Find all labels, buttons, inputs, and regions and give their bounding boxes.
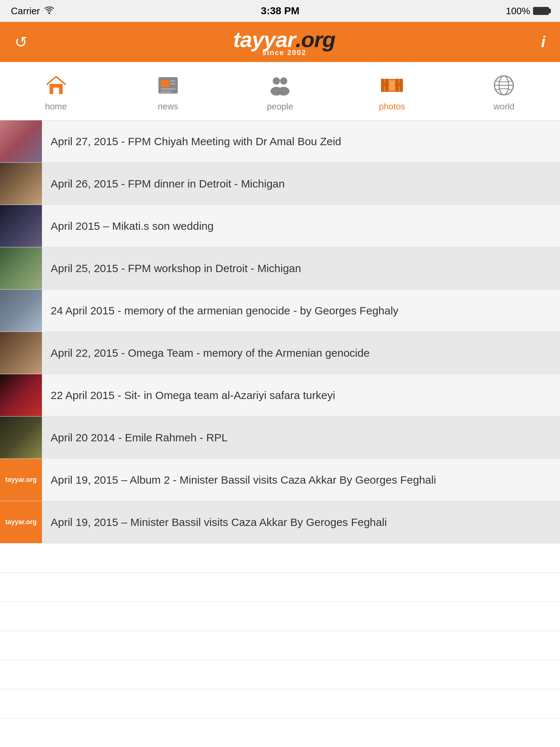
home-icon bbox=[43, 72, 69, 98]
svg-rect-2 bbox=[53, 88, 59, 94]
tab-home[interactable]: home bbox=[0, 62, 112, 120]
svg-rect-4 bbox=[161, 80, 170, 87]
tab-world-label: world bbox=[494, 101, 514, 112]
item-text: 24 April 2015 - memory of the armenian g… bbox=[42, 296, 560, 326]
item-text: 22 April 2015 - Sit- in Omega team al-Az… bbox=[42, 380, 560, 410]
item-text: April 20 2014 - Emile Rahmeh - RPL bbox=[42, 423, 560, 453]
svg-rect-8 bbox=[170, 83, 175, 85]
list-item[interactable]: April 25, 2015 - FPM workshop in Detroit… bbox=[0, 247, 560, 290]
empty-line bbox=[0, 573, 560, 602]
photos-icon bbox=[379, 72, 405, 98]
app-logo: tayyar .org since 2002 bbox=[233, 27, 335, 57]
list-item[interactable]: 22 April 2015 - Sit- in Omega team al-Az… bbox=[0, 374, 560, 417]
status-left: Carrier bbox=[11, 5, 54, 17]
thumbnail bbox=[0, 163, 42, 205]
empty-line bbox=[0, 543, 560, 573]
info-button[interactable]: i bbox=[541, 33, 545, 51]
svg-point-9 bbox=[273, 77, 280, 85]
svg-rect-19 bbox=[389, 80, 395, 90]
thumbnail bbox=[0, 417, 42, 458]
wifi-icon bbox=[44, 5, 54, 17]
empty-lines-section bbox=[0, 543, 560, 747]
tab-home-label: home bbox=[45, 101, 67, 112]
thumbnail: tayyar.org bbox=[0, 501, 42, 543]
status-right: 100% bbox=[506, 5, 549, 17]
photo-list: April 27, 2015 - FPM Chiyah Meeting with… bbox=[0, 120, 560, 543]
status-time: 3:38 PM bbox=[261, 5, 300, 17]
item-text: April 2015 – Mikati.s son wedding bbox=[42, 211, 560, 241]
list-item[interactable]: April 22, 2015 - Omega Team - memory of … bbox=[0, 332, 560, 374]
thumbnail: tayyar.org bbox=[0, 459, 42, 501]
list-item[interactable]: 24 April 2015 - memory of the armenian g… bbox=[0, 290, 560, 332]
item-text: April 19, 2015 – Minister Bassil visits … bbox=[42, 507, 560, 537]
app-header: ↺ tayyar .org since 2002 i bbox=[0, 22, 560, 62]
empty-line bbox=[0, 660, 560, 689]
empty-line bbox=[0, 631, 560, 660]
thumbnail bbox=[0, 374, 42, 416]
list-item[interactable]: tayyar.org April 19, 2015 – Album 2 - Mi… bbox=[0, 459, 560, 501]
thumbnail bbox=[0, 290, 42, 332]
tab-news-label: news bbox=[158, 101, 178, 112]
thumbnail bbox=[0, 247, 42, 289]
svg-rect-7 bbox=[170, 80, 175, 82]
battery-percent: 100% bbox=[506, 5, 530, 17]
list-item[interactable]: April 27, 2015 - FPM Chiyah Meeting with… bbox=[0, 120, 560, 163]
carrier-text: Carrier bbox=[11, 5, 40, 17]
thumbnail bbox=[0, 120, 42, 162]
thumbnail bbox=[0, 332, 42, 374]
tab-photos-label: photos bbox=[379, 101, 405, 112]
tab-people[interactable]: people bbox=[224, 62, 336, 120]
empty-line bbox=[0, 602, 560, 631]
svg-point-0 bbox=[48, 12, 50, 14]
item-text: April 27, 2015 - FPM Chiyah Meeting with… bbox=[42, 127, 560, 156]
item-text: April 22, 2015 - Omega Team - memory of … bbox=[42, 338, 560, 368]
people-icon bbox=[267, 72, 293, 98]
status-bar: Carrier 3:38 PM 100% bbox=[0, 0, 560, 22]
empty-line bbox=[0, 689, 560, 719]
tab-photos[interactable]: photos bbox=[336, 62, 448, 120]
battery-icon bbox=[533, 7, 549, 15]
svg-point-12 bbox=[278, 87, 289, 96]
svg-rect-6 bbox=[161, 91, 171, 93]
news-icon bbox=[155, 72, 181, 98]
nav-tabs: home news people bbox=[0, 62, 560, 120]
item-text: April 25, 2015 - FPM workshop in Detroit… bbox=[42, 253, 560, 283]
list-item[interactable]: tayyar.org April 19, 2015 – Minister Bas… bbox=[0, 501, 560, 543]
logo-since: since 2002 bbox=[262, 49, 306, 57]
refresh-button[interactable]: ↺ bbox=[15, 33, 27, 51]
tab-world[interactable]: world bbox=[448, 62, 560, 120]
empty-line bbox=[0, 719, 560, 747]
list-item[interactable]: April 26, 2015 - FPM dinner in Detroit -… bbox=[0, 163, 560, 205]
svg-point-10 bbox=[280, 77, 287, 85]
thumbnail bbox=[0, 205, 42, 247]
list-item[interactable]: April 2015 – Mikati.s son wedding bbox=[0, 205, 560, 247]
svg-rect-5 bbox=[161, 88, 175, 90]
tab-people-label: people bbox=[267, 101, 293, 112]
tab-news[interactable]: news bbox=[112, 62, 224, 120]
item-text: April 26, 2015 - FPM dinner in Detroit -… bbox=[42, 169, 560, 199]
item-text: April 19, 2015 – Album 2 - Minister Bass… bbox=[42, 465, 560, 495]
list-item[interactable]: April 20 2014 - Emile Rahmeh - RPL bbox=[0, 417, 560, 459]
world-icon bbox=[491, 72, 517, 98]
